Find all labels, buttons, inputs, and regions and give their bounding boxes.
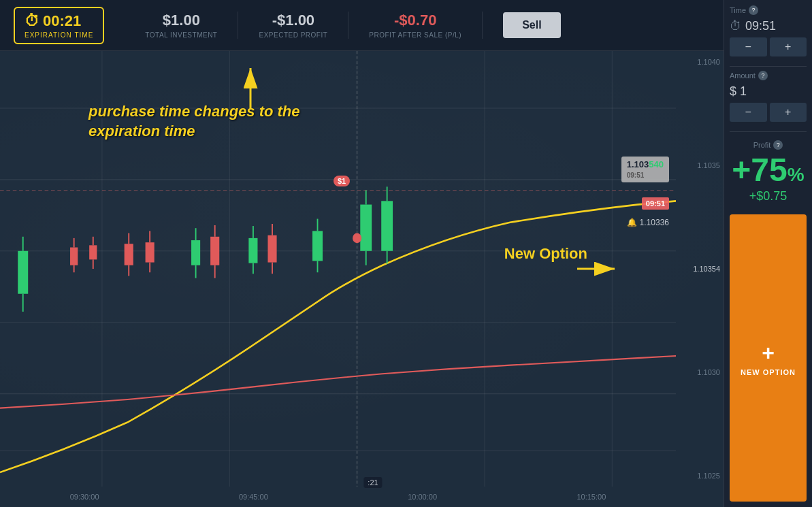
svg-rect-28 <box>191 240 200 265</box>
annotation-line2: expiration time <box>88 122 195 140</box>
expiration-time-display: ⏱ 00:21 <box>25 12 93 30</box>
profit-pct-sign: % <box>787 164 805 185</box>
time-minus-btn[interactable]: − <box>730 37 767 56</box>
price-label-2: 1.1035 <box>679 161 720 169</box>
profit-dollar-display: +$0.75 <box>730 189 807 203</box>
profit-section: Profit ? +75% +$0.75 <box>730 140 807 203</box>
time-label-4: 10:15:00 <box>576 493 606 501</box>
time-label-1: 09:30:00 <box>70 493 99 501</box>
svg-rect-37 <box>267 235 276 263</box>
time-value: 09:51 <box>745 19 776 33</box>
time-label-3: 10:00:00 <box>408 493 437 501</box>
svg-rect-43 <box>360 205 372 251</box>
new-option-plus-icon: + <box>736 340 800 365</box>
profit-after-sale-label: PROFIT AFTER SALE (P/L) <box>369 31 461 39</box>
total-investment-label: TOTAL INVESTMENT <box>145 31 217 39</box>
price-tag-highlight: 540 <box>649 159 664 169</box>
annotation-text: purchase time changes to the expiration … <box>88 102 300 141</box>
total-investment-block: $1.00 TOTAL INVESTMENT <box>125 12 238 39</box>
svg-rect-34 <box>248 238 257 263</box>
time-display: ⏱ 09:51 <box>730 19 807 33</box>
svg-point-49 <box>353 233 361 244</box>
profit-after-sale-value: -$0.70 <box>394 12 436 29</box>
time-axis: 09:30:00 09:45:00 10:00:00 10:15:00 <box>0 487 676 507</box>
profit-percent-value: +75 <box>732 152 787 188</box>
alarm-price: 1.10336 <box>640 218 669 227</box>
price-tag-time: 09:51 <box>627 171 645 179</box>
expiration-box: ⏱ 00:21 EXPIRATION TIME <box>14 7 104 44</box>
amount-stepper-row: − + <box>730 103 807 122</box>
svg-rect-22 <box>125 244 133 265</box>
price-label-4: 1.1030 <box>679 368 720 376</box>
alarm-label: 🔔 1.10336 <box>627 218 669 227</box>
new-option-btn-text: NEW OPTION <box>736 368 800 376</box>
svg-rect-19 <box>89 245 97 259</box>
svg-rect-13 <box>18 251 28 294</box>
expected-profit-value: -$1.00 <box>272 12 314 29</box>
amount-minus-btn[interactable]: − <box>730 103 767 122</box>
price-label-5: 1.1025 <box>679 472 720 480</box>
profit-after-sale-block: -$0.70 PROFIT AFTER SALE (P/L) <box>348 12 483 39</box>
chart-area: ⏱ 00:21 EXPIRATION TIME $1.00 TOTAL INVE… <box>0 0 724 507</box>
svg-rect-40 <box>312 231 323 261</box>
profit-label-text: Profit <box>753 141 771 149</box>
top-bar: ⏱ 00:21 EXPIRATION TIME $1.00 TOTAL INVE… <box>0 0 724 51</box>
svg-rect-46 <box>381 201 393 250</box>
time-label-text: Time <box>730 6 746 14</box>
price-label-1: 1.1040 <box>679 58 720 66</box>
price-axis: 1.1040 1.1035 1.10354 1.1030 1.1025 <box>676 51 724 487</box>
time-label-2: 09:45:00 <box>239 493 268 501</box>
svg-rect-25 <box>146 242 155 262</box>
svg-rect-31 <box>210 237 219 265</box>
amount-plus-btn[interactable]: + <box>770 103 807 122</box>
clock-icon-panel: ⏱ <box>730 19 742 33</box>
annotation-line1: purchase time changes to the <box>88 103 300 120</box>
current-time-marker: :21 <box>363 477 382 488</box>
total-investment-value: $1.00 <box>163 12 200 29</box>
main-container: ⏱ 00:21 EXPIRATION TIME $1.00 TOTAL INVE… <box>0 0 812 507</box>
new-option-label-text: New Option <box>504 245 587 263</box>
sell-button[interactable]: Sell <box>503 12 560 38</box>
profit-percent-display: +75% <box>730 154 807 186</box>
bell-icon: 🔔 <box>627 218 637 227</box>
time-label: Time ? <box>730 5 807 15</box>
dollar-marker: $1 <box>334 176 350 186</box>
price-label-3: 1.10354 <box>679 265 720 273</box>
time-info-icon[interactable]: ? <box>749 5 758 15</box>
profit-label: Profit ? <box>730 140 807 150</box>
right-panel: Time ? ⏱ 09:51 − + Amount ? $ 1 − + <box>724 0 812 507</box>
divider-1 <box>730 66 807 67</box>
time-section: Time ? ⏱ 09:51 − + <box>730 5 807 56</box>
divider-2 <box>730 131 807 132</box>
price-tag-value: 1.103 <box>627 159 649 169</box>
expected-profit-block: -$1.00 EXPECTED PROFIT <box>238 12 348 39</box>
expiration-label: EXPIRATION TIME <box>25 31 93 39</box>
time-plus-btn[interactable]: + <box>770 37 807 56</box>
price-line-label: 09:51 <box>642 197 669 210</box>
clock-icon: ⏱ <box>25 12 39 30</box>
amount-label-text: Amount <box>730 71 756 80</box>
new-option-button[interactable]: + NEW OPTION <box>730 214 807 502</box>
svg-rect-16 <box>70 248 78 265</box>
time-stepper-row: − + <box>730 37 807 56</box>
profit-info-icon[interactable]: ? <box>773 140 783 150</box>
price-tag: 1.103540 09:51 <box>621 157 669 182</box>
amount-section: Amount ? $ 1 − + <box>730 71 807 122</box>
expiration-time-value: 00:21 <box>43 12 81 30</box>
amount-display: $ 1 <box>730 84 807 99</box>
expected-profit-label: EXPECTED PROFIT <box>259 31 327 39</box>
arrow-up <box>237 61 264 112</box>
amount-info-icon[interactable]: ? <box>758 71 768 80</box>
amount-label: Amount ? <box>730 71 807 80</box>
new-option-arrow <box>577 255 625 285</box>
